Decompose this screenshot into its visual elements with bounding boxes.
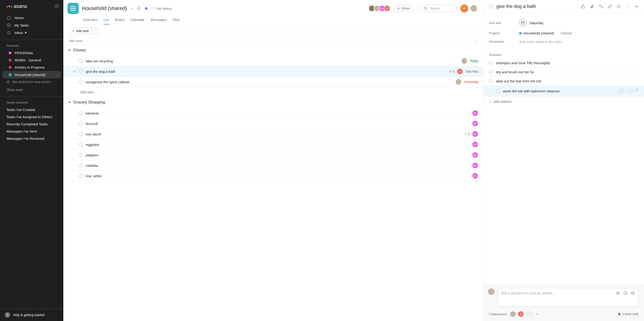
nav-home[interactable]: Home: [0, 14, 63, 21]
task-row[interactable]: eggplantAn: [63, 139, 483, 150]
saved-search-item[interactable]: Tasks I've Created: [0, 106, 63, 113]
tab-overview[interactable]: Overview: [83, 16, 98, 24]
assignee-avatar[interactable]: An: [472, 141, 478, 148]
mention-icon[interactable]: [616, 291, 620, 295]
nav-inbox[interactable]: Inbox: [0, 29, 63, 36]
assignee-avatar[interactable]: An: [472, 110, 478, 116]
collaborator-avatar[interactable]: Cl: [518, 311, 524, 317]
emoji-icon[interactable]: [623, 291, 628, 295]
complete-task-button[interactable]: [79, 111, 83, 115]
complete-subtask-button[interactable]: [489, 70, 493, 74]
project-icon[interactable]: [68, 3, 79, 14]
assignee-avatar[interactable]: Cl: [456, 68, 463, 75]
complete-task-button[interactable]: [489, 4, 493, 8]
link-icon[interactable]: [608, 4, 612, 8]
asana-logo[interactable]: asana: [6, 3, 27, 9]
assignee-avatar[interactable]: [455, 79, 462, 85]
complete-task-button[interactable]: [79, 121, 83, 126]
comment-input[interactable]: Ask a question or post an update...: [498, 288, 638, 307]
assignee-avatar[interactable]: [461, 58, 468, 64]
saved-search-item[interactable]: Messages I've Sent: [0, 128, 63, 135]
subtask-row[interactable]: wipe out the hair from the tub: [489, 76, 638, 86]
task-row[interactable]: bananasAn: [63, 108, 483, 118]
leave-task-button[interactable]: Leave task: [618, 312, 638, 316]
complete-task-button[interactable]: [79, 174, 83, 178]
more-icon[interactable]: ⋯: [55, 73, 59, 77]
assignee-avatar[interactable]: An: [472, 162, 478, 169]
search-input[interactable]: Search: [420, 5, 457, 12]
task-row[interactable]: broccoliAn: [63, 118, 483, 129]
add-task-inline[interactable]: Add task...: [63, 87, 483, 97]
tab-messages[interactable]: Messages: [151, 16, 166, 24]
task-row[interactable]: ciabattaAn: [63, 160, 483, 171]
section-chip[interactable]: Chores: [561, 31, 575, 35]
comment-icon[interactable]: [635, 88, 638, 94]
sidebar-favorite[interactable]: Household (shared)⋯: [2, 71, 61, 78]
info-icon[interactable]: [137, 6, 141, 10]
task-row[interactable]: give the dog a bath4 ClSaturday: [63, 66, 483, 77]
set-status-button[interactable]: Set status: [152, 6, 172, 10]
tab-board[interactable]: Board: [115, 16, 124, 24]
complete-subtask-button[interactable]: [489, 61, 493, 65]
add-collaborator-placeholder[interactable]: [527, 311, 533, 317]
complete-task-button[interactable]: [79, 163, 83, 167]
nav-my-tasks[interactable]: My Tasks: [0, 21, 63, 29]
complete-subtask-button[interactable]: [489, 79, 493, 83]
global-create-button[interactable]: [460, 4, 468, 12]
more-icon[interactable]: [625, 4, 630, 8]
subtask-row[interactable]: ⋮⋮wash the tub with bathroom cleanser: [483, 86, 644, 96]
close-detail-icon[interactable]: [634, 4, 638, 8]
task-title[interactable]: give the dog a bath: [496, 4, 578, 9]
chevron-down-icon[interactable]: [130, 7, 134, 10]
timer-icon[interactable]: [616, 4, 621, 8]
add-task-button[interactable]: Add task: [69, 27, 92, 34]
share-button[interactable]: Share: [394, 5, 413, 12]
subtask-row[interactable]: shampoo and rinse Tilly thoroughly: [489, 58, 638, 67]
project-members[interactable]: AnCl: [370, 5, 390, 12]
attachment-icon[interactable]: [590, 4, 594, 8]
saved-search-item[interactable]: Messages I've Received: [0, 135, 63, 142]
section-header[interactable]: Chores: [63, 45, 483, 56]
sidebar-favorite[interactable]: WORK - General: [0, 56, 63, 64]
member-avatar[interactable]: Cl: [384, 5, 390, 12]
sidebar-favorite[interactable]: PERSONAL: [0, 49, 63, 56]
appreciation-icon[interactable]: [631, 291, 635, 295]
assignee-avatar[interactable]: An: [472, 173, 478, 179]
drag-handle-icon[interactable]: ⋮⋮: [489, 89, 493, 93]
user-avatar[interactable]: [470, 5, 478, 12]
subtask-row[interactable]: dry and brush out her fur: [489, 67, 638, 76]
description-input[interactable]: Add more detail to this task...: [519, 40, 564, 44]
assignee-avatar[interactable]: An: [472, 120, 478, 127]
add-collaborator-button[interactable]: [536, 313, 539, 316]
add-subtask-button[interactable]: Add subtask: [489, 96, 638, 107]
task-row[interactable]: take out recyclingToday: [63, 56, 483, 66]
complete-task-button[interactable]: [79, 59, 83, 63]
tab-calendar[interactable]: Calendar: [130, 16, 144, 24]
expand-icon[interactable]: [74, 70, 76, 73]
task-row[interactable]: reorganize the spice cabinetYesterday: [63, 77, 483, 87]
due-date-placeholder-icon[interactable]: [618, 88, 624, 94]
tab-files[interactable]: Files: [172, 16, 180, 24]
collaborator-avatar[interactable]: [510, 311, 516, 317]
due-date-value[interactable]: Saturday: [519, 19, 544, 26]
saved-search-item[interactable]: Recently Completed Tasks: [0, 120, 63, 128]
task-row[interactable]: peppersAn: [63, 150, 483, 160]
complete-task-button[interactable]: [79, 142, 83, 147]
subtask-icon[interactable]: [599, 4, 603, 8]
complete-task-button[interactable]: [79, 69, 83, 73]
saved-search-item[interactable]: Tasks I've Assigned to Others: [0, 113, 63, 120]
assignee-avatar[interactable]: An: [472, 152, 478, 158]
complete-task-button[interactable]: [79, 153, 83, 157]
star-icon[interactable]: [144, 6, 148, 10]
collapse-sidebar-icon[interactable]: [54, 4, 59, 8]
sidebar-favorite[interactable]: Articles in Progress: [0, 64, 63, 71]
section-header[interactable]: Grocery Shopping: [63, 97, 483, 108]
project-chip[interactable]: Household (shared): [519, 31, 554, 35]
complete-task-button[interactable]: [79, 132, 83, 136]
assignee-avatar[interactable]: An: [472, 131, 478, 137]
tab-list[interactable]: List: [104, 16, 109, 24]
like-icon[interactable]: [581, 4, 585, 8]
show-more[interactable]: Show more: [0, 85, 63, 94]
chevron-down-icon[interactable]: [475, 39, 478, 42]
add-task-dropdown[interactable]: [92, 27, 98, 34]
